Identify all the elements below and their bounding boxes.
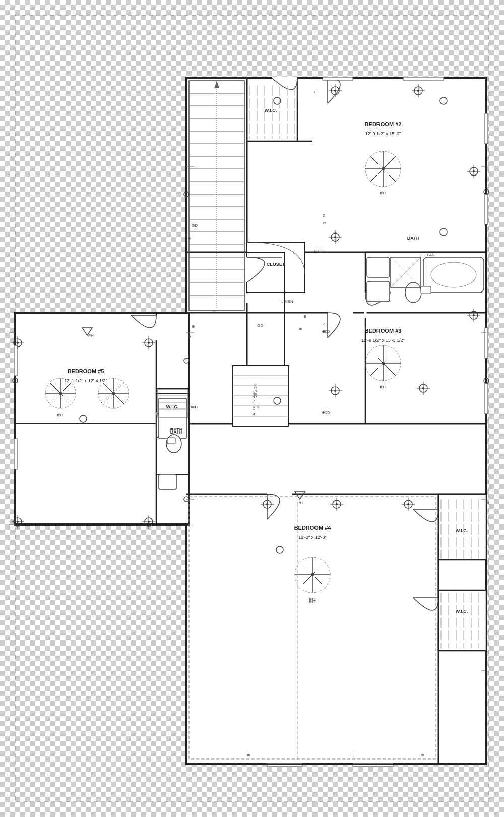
- svg-text:INT: INT: [380, 385, 387, 389]
- svg-point-139: [334, 390, 336, 392]
- svg-rect-198: [14, 439, 17, 469]
- svg-point-171: [17, 521, 19, 523]
- bedroom4-dim: 12'-3" x 12'-6": [298, 535, 326, 540]
- linen-label: LINEN: [281, 299, 293, 304]
- bedroom5-label: BEDROOM #5: [68, 368, 104, 374]
- svg-text:⊕CD: ⊕CD: [314, 249, 324, 253]
- svg-rect-191: [485, 113, 488, 144]
- svg-point-151: [336, 503, 338, 505]
- svg-text:GD: GD: [192, 405, 198, 410]
- svg-text:⊕: ⊕: [247, 753, 250, 757]
- svg-text:⊘: ⊘: [323, 329, 326, 334]
- svg-text:FAN: FAN: [427, 253, 435, 257]
- svg-point-167: [148, 342, 150, 344]
- svg-text:FH: FH: [88, 333, 94, 338]
- svg-text:⊕: ⊕: [314, 90, 318, 94]
- svg-rect-79: [159, 474, 176, 489]
- svg-text:⊘: ⊘: [323, 221, 326, 225]
- svg-text:⊕: ⊕: [421, 753, 424, 757]
- svg-text:⊕: ⊕: [303, 314, 307, 319]
- svg-point-163: [17, 342, 19, 344]
- svg-point-127: [417, 90, 419, 92]
- svg-point-159: [266, 503, 268, 505]
- svg-rect-21: [438, 590, 486, 651]
- svg-text:⊕: ⊕: [350, 753, 354, 757]
- svg-point-143: [422, 387, 424, 389]
- bedroom3-label: BEDROOM #3: [365, 328, 402, 334]
- floorplan-container: FAN BATH FAN INT INT: [0, 0, 504, 817]
- svg-rect-78: [167, 438, 175, 444]
- svg-point-155: [407, 503, 409, 505]
- bedroom2-dim: 12'-9 1/2" x 15'-0": [365, 131, 401, 136]
- svg-rect-17: [247, 242, 305, 293]
- svg-text:INT: INT: [309, 599, 316, 604]
- svg-rect-69: [421, 286, 431, 294]
- svg-rect-190: [403, 77, 444, 80]
- svg-rect-192: [485, 194, 488, 224]
- bath-main-label: BATH: [407, 236, 419, 241]
- svg-rect-197: [14, 345, 17, 376]
- svg-point-147: [473, 314, 475, 316]
- wic-bed4-lower-label: W.I.C.: [456, 609, 468, 614]
- svg-text:GD: GD: [192, 223, 198, 228]
- svg-rect-194: [485, 383, 488, 414]
- svg-point-131: [473, 170, 475, 172]
- closet-label: CLOSET: [267, 262, 285, 267]
- bedroom3-dim: 12'-9 1/2" x 13'-3 1/2": [361, 338, 404, 343]
- bedroom5-dim: 12'-1 1/2" x 12'-4 1/2": [64, 378, 107, 383]
- svg-text:⊕: ⊕: [187, 236, 191, 241]
- svg-text:INT: INT: [57, 413, 64, 417]
- svg-point-135: [334, 236, 336, 238]
- svg-rect-19: [438, 494, 486, 560]
- svg-rect-70: [367, 257, 390, 277]
- svg-point-123: [334, 90, 336, 92]
- wic-top-label: W.I.C.: [265, 108, 277, 113]
- svg-text:⊕: ⊕: [486, 501, 490, 505]
- wic-bed5-label: W.I.C.: [166, 404, 179, 410]
- svg-rect-193: [485, 328, 488, 358]
- svg-text:INT: INT: [380, 191, 387, 195]
- svg-text:Z: Z: [323, 213, 325, 218]
- svg-text:▽: ▽: [213, 309, 216, 314]
- svg-text:Z: Z: [323, 322, 325, 326]
- bedroom4-label: BEDROOM #4: [294, 524, 332, 531]
- svg-text:PH: PH: [297, 501, 303, 505]
- attic-stair-label2: ATTIC STAIR: [251, 391, 256, 416]
- bath-bed5-label: BATH: [170, 427, 182, 432]
- svg-text:⊕: ⊕: [192, 324, 195, 329]
- svg-rect-189: [323, 77, 353, 80]
- svg-text:⊕50: ⊕50: [322, 410, 330, 415]
- bedroom2-label: BEDROOM #2: [365, 121, 402, 127]
- svg-text:⊕: ⊕: [187, 334, 191, 339]
- wic-bed4-upper-label: W.I.C.: [456, 528, 468, 533]
- svg-rect-71: [367, 281, 390, 302]
- svg-point-175: [148, 521, 150, 523]
- svg-text:⊕: ⊕: [299, 327, 302, 331]
- svg-text:GD: GD: [257, 323, 263, 328]
- svg-text:⊕: ⊕: [256, 405, 260, 410]
- floorplan-svg: FAN BATH FAN INT INT: [0, 0, 504, 817]
- svg-rect-1: [186, 78, 486, 764]
